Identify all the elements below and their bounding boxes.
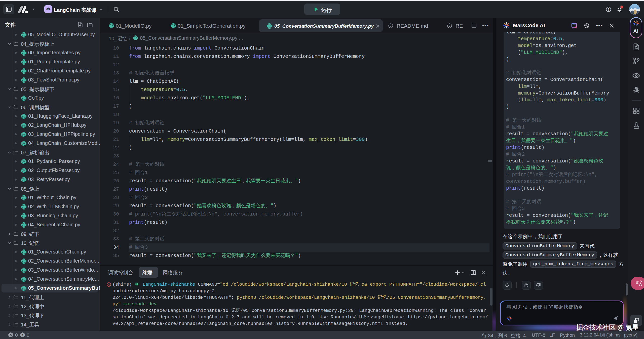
- svg-text:?: ?: [608, 8, 610, 11]
